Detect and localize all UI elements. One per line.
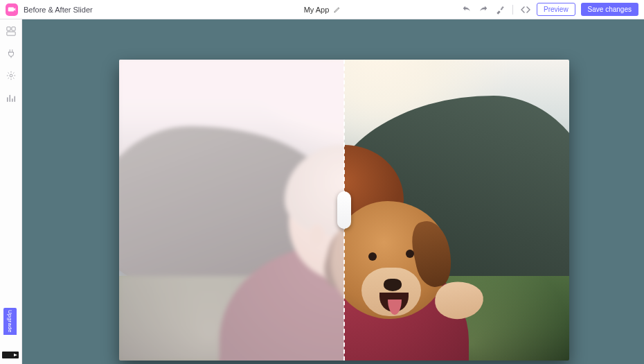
powered-by-badge[interactable] [2,352,19,358]
undo-button[interactable] [461,4,472,15]
edit-icon[interactable] [333,6,340,13]
preview-button[interactable]: Preview [537,3,575,16]
sidebar-item-analytics[interactable] [6,93,16,103]
redo-button[interactable] [478,4,489,15]
gear-icon [6,71,16,80]
svg-point-4 [10,74,12,77]
svg-rect-2 [11,27,15,31]
camera-icon [8,6,16,12]
topbar: Before & After Slider My App Preview [0,0,644,19]
svg-rect-1 [6,27,10,31]
left-sidebar: Upgrade [0,19,22,364]
upgrade-button[interactable]: Upgrade [3,308,17,335]
svg-rect-0 [8,8,14,12]
editor-canvas[interactable] [22,19,644,364]
sidebar-item-layout[interactable] [6,26,16,36]
app-title[interactable]: My App [304,6,330,14]
topbar-actions: Preview Save changes [461,3,638,16]
sidebar-item-plugins[interactable] [6,49,16,58]
app-root: Before & After Slider My App Preview [0,0,644,364]
slider-handle[interactable] [337,191,351,229]
app-title-group: My App [304,6,341,14]
brand-logo[interactable] [6,3,18,16]
before-after-widget[interactable] [119,60,569,361]
divider [512,5,513,15]
code-button[interactable] [520,4,531,15]
svg-rect-3 [6,32,15,35]
bars-icon [6,93,16,103]
save-button[interactable]: Save changes [581,3,638,16]
plug-icon [6,49,16,58]
sidebar-item-settings[interactable] [6,71,16,80]
body: Upgrade [0,19,644,364]
breadcrumb[interactable]: Before & After Slider [24,6,93,14]
magic-button[interactable] [494,4,506,15]
grid-icon [6,26,16,36]
